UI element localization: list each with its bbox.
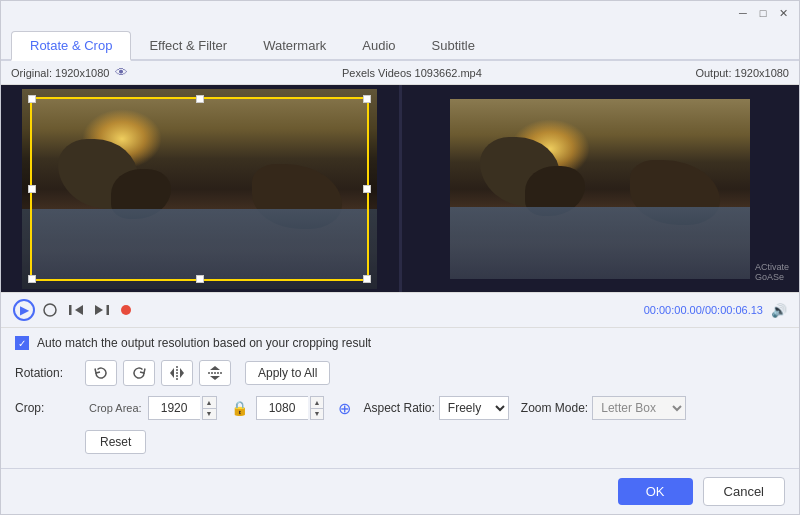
reset-row: Reset <box>15 430 785 460</box>
play-button[interactable]: ▶ <box>13 299 35 321</box>
main-window: ─ □ ✕ Rotate & Crop Effect & Filter Wate… <box>0 0 800 515</box>
info-right: Output: 1920x1080 <box>695 67 789 79</box>
svg-marker-10 <box>210 376 220 380</box>
width-down-button[interactable]: ▼ <box>203 409 216 420</box>
height-spinners: ▲ ▼ <box>310 396 325 420</box>
maximize-button[interactable]: □ <box>755 5 771 21</box>
record-indicator <box>121 305 131 315</box>
prev-frame-button[interactable] <box>65 299 87 321</box>
time-current: 00:00:00.00 <box>644 304 702 316</box>
video-panel-left <box>1 85 402 292</box>
original-resolution: Original: 1920x1080 <box>11 67 109 79</box>
tab-subtitle[interactable]: Subtitle <box>414 32 493 61</box>
flip-h-button[interactable] <box>161 360 193 386</box>
auto-match-checkbox[interactable]: ✓ <box>15 336 29 350</box>
close-button[interactable]: ✕ <box>775 5 791 21</box>
apply-all-button[interactable]: Apply to All <box>245 361 330 385</box>
info-bar: Original: 1920x1080 👁 Pexels Videos 1093… <box>1 61 799 85</box>
water-right <box>450 207 750 279</box>
visibility-icon[interactable]: 👁 <box>115 65 128 80</box>
time-display: 00:00:00.00/00:00:06.13 <box>644 304 763 316</box>
crop-area-label: Crop Area: <box>89 402 142 414</box>
height-field-group: ▲ ▼ <box>256 396 325 420</box>
svg-marker-6 <box>170 368 174 378</box>
video-panel-right: ACtivateGoASe <box>402 85 800 292</box>
width-up-button[interactable]: ▲ <box>203 397 216 409</box>
tab-bar: Rotate & Crop Effect & Filter Watermark … <box>1 25 799 61</box>
rotate-cw-button[interactable] <box>123 360 155 386</box>
cancel-button[interactable]: Cancel <box>703 477 785 506</box>
minimize-button[interactable]: ─ <box>735 5 751 21</box>
svg-rect-2 <box>69 305 72 315</box>
crop-label: Crop: <box>15 401 85 415</box>
playback-bar: ▶ 00:00:00.00/00:00:06.13 🔊 <box>1 292 799 328</box>
volume-icon[interactable]: 🔊 <box>771 303 787 318</box>
width-field-group: ▲ ▼ <box>148 396 217 420</box>
tab-watermark[interactable]: Watermark <box>245 32 344 61</box>
next-frame-button[interactable] <box>91 299 113 321</box>
filename: Pexels Videos 1093662.mp4 <box>342 67 482 79</box>
title-bar: ─ □ ✕ <box>1 1 799 25</box>
tab-rotate-crop[interactable]: Rotate & Crop <box>11 31 131 61</box>
flip-v-button[interactable] <box>199 360 231 386</box>
svg-rect-4 <box>107 305 110 315</box>
checkmark-icon: ✓ <box>18 338 26 349</box>
height-down-button[interactable]: ▼ <box>311 409 324 420</box>
rotation-row: Rotation: Apply to All <box>15 360 785 386</box>
center-icon[interactable]: ⊕ <box>338 399 351 418</box>
svg-marker-1 <box>75 305 83 315</box>
stop-button[interactable] <box>39 299 61 321</box>
rotation-label: Rotation: <box>15 366 85 380</box>
watermark-text: ACtivateGoASe <box>755 262 789 282</box>
link-icon[interactable]: 🔒 <box>231 400 248 416</box>
zoom-mode-select[interactable]: Letter Box Pan & Scan Full <box>592 396 686 420</box>
aspect-ratio-label: Aspect Ratio: <box>363 401 434 415</box>
rotate-ccw-button[interactable] <box>85 360 117 386</box>
auto-match-label: Auto match the output resolution based o… <box>37 336 371 350</box>
water <box>22 209 377 289</box>
aspect-ratio-select[interactable]: Freely 16:9 4:3 1:1 9:16 <box>439 396 509 420</box>
aspect-ratio-section: Aspect Ratio: Freely 16:9 4:3 1:1 9:16 <box>363 396 508 420</box>
width-spinners: ▲ ▼ <box>202 396 217 420</box>
crop-row: Crop: Crop Area: ▲ ▼ 🔒 ▲ ▼ ⊕ Aspect Rati… <box>15 396 785 420</box>
tab-audio[interactable]: Audio <box>344 32 413 61</box>
ok-button[interactable]: OK <box>618 478 693 505</box>
action-bar: OK Cancel <box>1 468 799 514</box>
auto-match-row: ✓ Auto match the output resolution based… <box>15 336 785 350</box>
svg-point-0 <box>44 304 56 316</box>
crop-height-input[interactable] <box>256 396 308 420</box>
output-resolution: Output: 1920x1080 <box>695 67 789 79</box>
svg-marker-3 <box>95 305 103 315</box>
video-canvas-left <box>22 89 377 289</box>
time-total: 00:00:06.13 <box>705 304 763 316</box>
svg-marker-7 <box>180 368 184 378</box>
crop-width-input[interactable] <box>148 396 200 420</box>
video-frame-left <box>22 89 377 289</box>
controls-area: ✓ Auto match the output resolution based… <box>1 328 799 468</box>
zoom-mode-label: Zoom Mode: <box>521 401 588 415</box>
zoom-mode-section: Zoom Mode: Letter Box Pan & Scan Full <box>521 396 686 420</box>
info-left: Original: 1920x1080 👁 <box>11 65 128 80</box>
reset-button[interactable]: Reset <box>85 430 146 454</box>
tab-effect-filter[interactable]: Effect & Filter <box>131 32 245 61</box>
video-frame-right <box>450 99 750 279</box>
svg-marker-9 <box>210 366 220 370</box>
video-area: ACtivateGoASe <box>1 85 799 292</box>
height-up-button[interactable]: ▲ <box>311 397 324 409</box>
